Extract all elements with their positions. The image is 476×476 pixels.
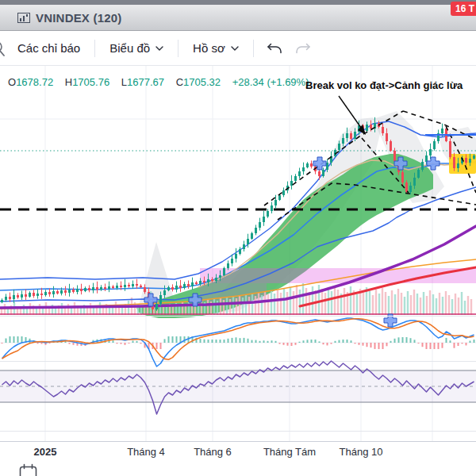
- chart-annotation-text[interactable]: Break vol ko đạt->Cảnh giác lừa: [305, 79, 463, 91]
- profile-menu-button[interactable]: Hồ sơ: [185, 36, 247, 60]
- redo-icon: [295, 42, 311, 54]
- high-value: 1705.76: [72, 76, 109, 88]
- open-value: 1678.72: [16, 76, 53, 88]
- toolbar-divider: [253, 40, 254, 57]
- toolbar-divider: [178, 40, 178, 57]
- app-window: VNINDEX (120) Các chỉ báo Biểu đồ Hồ sơ: [0, 0, 476, 476]
- high-label: H: [65, 76, 72, 88]
- chevron-down-icon: [231, 46, 239, 51]
- axis-label-thang10: Tháng 10: [340, 446, 383, 458]
- close-label: C: [176, 76, 183, 88]
- close-value: 1705.32: [183, 76, 221, 88]
- change-value: +28.34 (+1.69%): [232, 76, 309, 88]
- open-label: O: [8, 76, 16, 88]
- time-axis[interactable]: 2025 Tháng 4 Tháng 6 Tháng Tám Tháng 10: [0, 441, 476, 461]
- current-date-badge: 16 T: [451, 2, 476, 16]
- axis-label-thang6: Tháng 6: [194, 446, 232, 458]
- axis-label-thang4: Tháng 4: [127, 446, 165, 458]
- chart-menu-button[interactable]: Biểu đồ: [102, 36, 171, 60]
- low-value: 1677.67: [127, 76, 164, 88]
- chart-menu-label: Biểu đồ: [109, 41, 150, 55]
- indicators-button[interactable]: Các chỉ báo: [10, 36, 88, 60]
- ohlc-legend: O1678.72 H1705.76 L1677.67 C1705.32 +28.…: [8, 76, 311, 88]
- chevron-down-icon: [155, 46, 163, 51]
- chart-canvas[interactable]: [0, 0, 476, 476]
- toolbar-divider: [94, 40, 95, 57]
- window-title: VNINDEX (120): [36, 11, 121, 25]
- profile-menu-label: Hồ sơ: [193, 41, 225, 55]
- clipped-tool-icon[interactable]: [0, 40, 10, 56]
- axis-label-2025: 2025: [34, 446, 57, 458]
- axis-label-thangtam: Tháng Tám: [263, 446, 316, 458]
- window-title-bar: VNINDEX (120): [0, 5, 476, 31]
- chart-app-icon: [17, 13, 30, 23]
- toolbar: Các chỉ báo Biểu đồ Hồ sơ: [0, 31, 476, 66]
- calendar-icon[interactable]: [19, 463, 38, 476]
- undo-button[interactable]: [260, 37, 289, 59]
- indicators-label: Các chỉ báo: [17, 41, 80, 55]
- undo-icon: [267, 42, 282, 54]
- low-label: L: [121, 76, 127, 88]
- redo-button[interactable]: [289, 37, 317, 59]
